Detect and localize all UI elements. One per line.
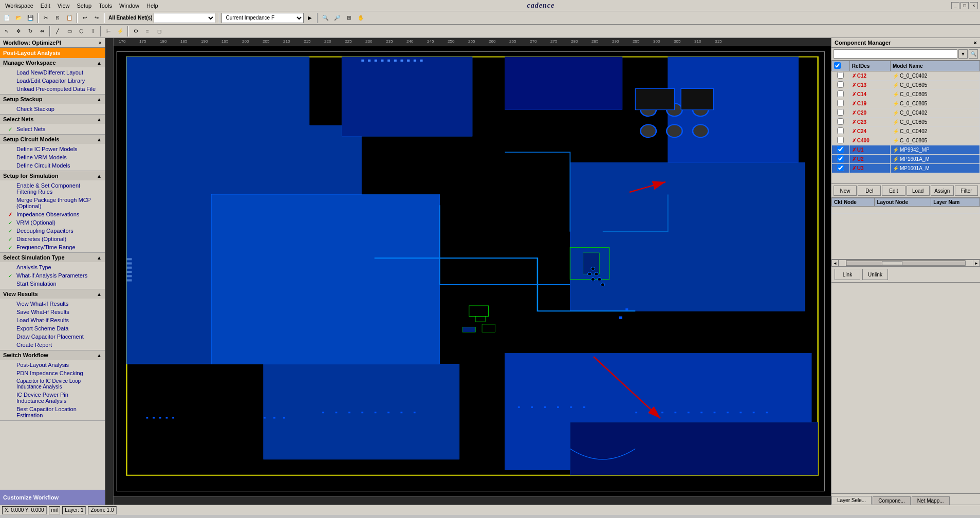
component-checkbox[interactable] bbox=[837, 164, 844, 171]
table-row[interactable]: ✗U1⚡MP9942_MP bbox=[832, 145, 980, 155]
col-header-model[interactable]: Model Name bbox=[890, 61, 979, 71]
filter-component-button[interactable]: Filter bbox=[955, 186, 978, 196]
tab-component[interactable]: Compone... bbox=[873, 496, 911, 505]
post-layout-analysis-item[interactable]: Post-Layout Analysis bbox=[0, 361, 105, 369]
component-checkbox[interactable] bbox=[837, 127, 844, 134]
section-setup-stackup-title[interactable]: Setup Stackup ▲ bbox=[0, 95, 105, 104]
component-checkbox[interactable] bbox=[837, 155, 844, 162]
table-row[interactable]: ✗C400⚡C_0_C0805 bbox=[832, 136, 980, 145]
section-switch-workflow-title[interactable]: Switch Workflow ▲ bbox=[0, 350, 105, 360]
merge-package-item[interactable]: Merge Package through MCP (Optional) bbox=[0, 196, 105, 210]
discretes-optional-item[interactable]: ✓ Discretes (Optional) bbox=[0, 235, 105, 243]
tb-pan[interactable]: ✋ bbox=[355, 12, 366, 24]
ic-device-power-pin-item[interactable]: IC Device Power Pin Inductance Analysis bbox=[0, 391, 105, 405]
component-checkbox[interactable] bbox=[837, 137, 844, 143]
pcb-board[interactable] bbox=[114, 46, 831, 496]
tb-move[interactable]: ✥ bbox=[13, 26, 24, 37]
define-vrm-models-item[interactable]: Define VRM Models bbox=[0, 153, 105, 161]
minimize-button[interactable]: _ bbox=[951, 2, 959, 9]
customize-workflow-button[interactable]: Customize Workflow bbox=[0, 490, 105, 505]
best-cap-location-item[interactable]: Best Capacitor Location Estimation bbox=[0, 405, 105, 419]
component-manager-close-button[interactable]: × bbox=[974, 40, 977, 46]
cap-ic-loop-item[interactable]: Capacitor to IC Device Loop Inductance A… bbox=[0, 377, 105, 391]
load-component-button[interactable]: Load bbox=[907, 186, 930, 196]
table-row[interactable]: ✗C19⚡C_0_C0805 bbox=[832, 99, 980, 108]
unload-precomputed-item[interactable]: Unload Pre-computed Data File bbox=[0, 85, 105, 93]
component-checkbox[interactable] bbox=[837, 118, 844, 125]
canvas-area[interactable]: 170 175 180 185 190 195 200 205 210 215 … bbox=[105, 38, 831, 505]
component-filter-button[interactable]: 🔍 bbox=[969, 49, 978, 59]
scroll-right-arrow[interactable]: ► bbox=[973, 260, 980, 267]
vrm-optional-item[interactable]: ✓ VRM (Optional) bbox=[0, 218, 105, 227]
component-search-input[interactable] bbox=[834, 49, 957, 59]
tb-select[interactable]: ↖ bbox=[1, 26, 12, 37]
net-dropdown[interactable] bbox=[154, 13, 215, 23]
table-row[interactable]: ✗U3⚡MP1601A_M bbox=[832, 164, 980, 173]
tb-line[interactable]: ╱ bbox=[52, 26, 63, 37]
define-ic-power-models-item[interactable]: Define IC Power Models bbox=[0, 145, 105, 153]
assign-component-button[interactable]: Assign bbox=[931, 186, 954, 196]
menu-setup[interactable]: Setup bbox=[73, 2, 95, 10]
tb-redo[interactable]: ↪ bbox=[91, 12, 102, 24]
tb-copy[interactable]: ⎘ bbox=[52, 12, 63, 24]
check-stackup-item[interactable]: Check Stackup bbox=[0, 105, 105, 113]
tb-rect[interactable]: ▭ bbox=[64, 26, 75, 37]
tb-paste[interactable]: 📋 bbox=[64, 12, 75, 24]
workflow-dropdown[interactable]: Current Impedance F bbox=[221, 13, 304, 23]
load-new-layout-item[interactable]: Load New/Different Layout bbox=[0, 68, 105, 77]
save-whatif-results-item[interactable]: Save What-if Results bbox=[0, 308, 105, 316]
tb-fit[interactable]: ⊞ bbox=[343, 12, 355, 24]
analysis-type-item[interactable]: Analysis Type bbox=[0, 263, 105, 271]
define-circuit-models-item[interactable]: Define Circuit Models bbox=[0, 161, 105, 170]
table-row[interactable]: ✗U2⚡MP1601A_M bbox=[832, 155, 980, 164]
table-row[interactable]: ✗C20⚡C_0_C0402 bbox=[832, 108, 980, 118]
tb-run[interactable]: ▶ bbox=[304, 12, 316, 24]
component-checkbox[interactable] bbox=[837, 109, 844, 116]
select-nets-item[interactable]: ✓ Select Nets bbox=[0, 125, 105, 133]
section-select-nets-title[interactable]: Select Nets ▲ bbox=[0, 115, 105, 124]
view-whatif-results-item[interactable]: View What-if Results bbox=[0, 300, 105, 308]
component-checkbox[interactable] bbox=[837, 90, 844, 97]
tb-save[interactable]: 💾 bbox=[25, 12, 36, 24]
menu-tools[interactable]: Tools bbox=[96, 2, 115, 10]
section-setup-circuit-models-title[interactable]: Setup Circuit Models ▲ bbox=[0, 135, 105, 144]
load-cap-library-item[interactable]: Load/Edit Capacitor Library bbox=[0, 77, 105, 85]
tb-zoom-out[interactable]: 🔎 bbox=[331, 12, 343, 24]
menu-edit[interactable]: Edit bbox=[38, 2, 53, 10]
tb-new[interactable]: 📄 bbox=[1, 12, 12, 24]
tb-poly[interactable]: ⬡ bbox=[76, 26, 87, 37]
draw-cap-placement-item[interactable]: Draw Capacitor Placement bbox=[0, 332, 105, 341]
select-all-checkbox[interactable] bbox=[834, 62, 841, 69]
table-row[interactable]: ✗C23⚡C_0_C0805 bbox=[832, 118, 980, 127]
tb-probe[interactable]: ⚡ bbox=[115, 26, 126, 37]
section-manage-workspace-title[interactable]: Manage Workspace ▲ bbox=[0, 58, 105, 67]
component-checkbox[interactable] bbox=[837, 146, 844, 153]
tb-open[interactable]: 📂 bbox=[13, 12, 24, 24]
component-checkbox[interactable] bbox=[837, 100, 844, 106]
component-checkbox[interactable] bbox=[837, 72, 844, 79]
enable-component-filtering-item[interactable]: Enable & Set Component Filtering Rules bbox=[0, 181, 105, 196]
scroll-left-arrow[interactable]: ◄ bbox=[831, 260, 839, 267]
close-button[interactable]: × bbox=[970, 2, 978, 9]
maximize-button[interactable]: □ bbox=[960, 2, 969, 9]
tb-zoom-in[interactable]: 🔍 bbox=[320, 12, 331, 24]
tb-text[interactable]: T bbox=[87, 26, 99, 37]
impedance-observations-item[interactable]: ✗ Impedance Observations bbox=[0, 210, 105, 218]
unlink-button[interactable]: Unlink bbox=[862, 269, 888, 280]
menu-help[interactable]: Help bbox=[143, 2, 161, 10]
link-button[interactable]: Link bbox=[835, 269, 860, 280]
decoupling-capacitors-item[interactable]: ✓ Decoupling Capacitors bbox=[0, 227, 105, 235]
start-simulation-item[interactable]: Start Simulation bbox=[0, 280, 105, 288]
component-search-button[interactable]: ▼ bbox=[958, 49, 968, 59]
new-component-button[interactable]: New bbox=[834, 186, 857, 196]
frequency-time-range-item[interactable]: ✓ Frequency/Time Range bbox=[0, 243, 105, 251]
tb-rotate[interactable]: ↻ bbox=[25, 26, 36, 37]
tb-mirror[interactable]: ⇔ bbox=[36, 26, 48, 37]
menu-workspace[interactable]: Workspace bbox=[2, 2, 36, 10]
tb-layers[interactable]: ≡ bbox=[142, 26, 153, 37]
create-report-item[interactable]: Create Report bbox=[0, 341, 105, 349]
table-row[interactable]: ✗C13⚡C_0_C0805 bbox=[832, 81, 980, 90]
del-component-button[interactable]: Del bbox=[858, 186, 881, 196]
table-row[interactable]: ✗C14⚡C_0_C0805 bbox=[832, 90, 980, 99]
node-table-hscrollbar[interactable]: ◄ ► bbox=[831, 260, 980, 267]
